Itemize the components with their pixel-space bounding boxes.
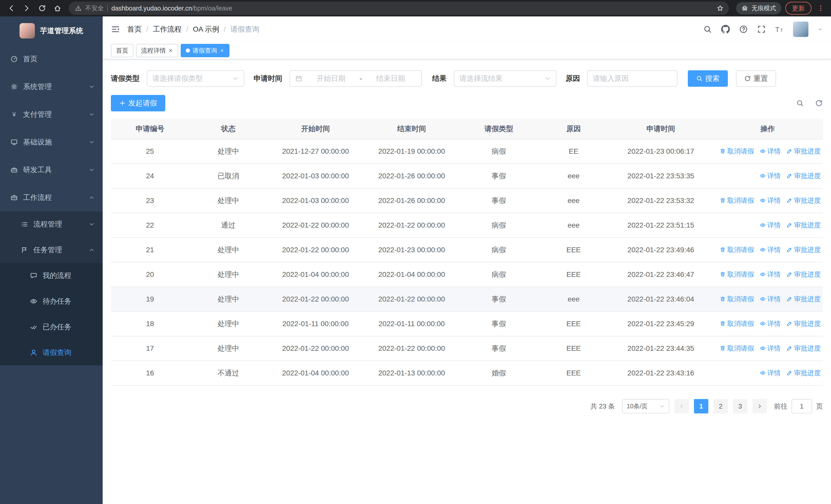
breadcrumb-item-2[interactable]: OA 示例 [193,24,220,34]
close-tab-icon[interactable] [168,48,173,53]
action-detail-link[interactable]: 详情 [760,147,781,156]
sidebar-item-7[interactable]: 任务管理 [0,237,103,263]
table-row-22: 22通过2022-01-22 00:00:002022-01-22 00:00:… [111,213,823,238]
action-cancel-link[interactable]: 取消请假 [720,295,754,304]
action-progress-link[interactable]: 审批进度 [786,344,821,353]
browser-forward-icon[interactable] [20,1,34,16]
browser-back-icon[interactable] [4,1,19,16]
sidebar-item-2[interactable]: ¥支付管理 [0,100,103,128]
tab-2[interactable]: 请假查询 [181,44,229,57]
action-progress-link[interactable]: 审批进度 [786,295,821,304]
action-detail-link[interactable]: 详情 [760,344,781,353]
collapse-sidebar-icon[interactable] [111,25,120,34]
bookmark-star-icon[interactable] [714,2,726,14]
tab-label: 首页 [116,47,128,55]
action-detail-link[interactable]: 详情 [760,221,781,230]
reason-input[interactable] [587,70,678,87]
fullscreen-icon[interactable] [757,25,766,34]
action-detail-link[interactable]: 详情 [760,270,781,279]
action-cancel-link[interactable]: 取消请假 [720,196,754,205]
action-progress-link[interactable]: 审批进度 [786,171,821,180]
action-detail-link[interactable]: 详情 [760,245,781,254]
search-button[interactable]: 搜索 [688,70,728,87]
tab-1[interactable]: 流程详情 [136,44,178,57]
tab-bar: 首页流程详情请假查询 [103,42,831,60]
sidebar-item-10[interactable]: 已办任务 [0,314,103,340]
flag-icon [21,246,28,254]
address-bar[interactable]: 不安全 dashboard.yudao.iocoder.cn/bpm/oa/le… [69,2,729,15]
refresh-table-icon[interactable] [815,99,823,107]
browser-menu-icon[interactable] [814,2,827,14]
close-tab-icon[interactable] [220,48,224,53]
cell-actions: 取消请假详情审批进度 [712,287,823,312]
breadcrumb-item-0[interactable]: 首页 [127,24,142,34]
create-leave-button[interactable]: 发起请假 [111,95,165,111]
action-detail-link[interactable]: 详情 [760,368,781,378]
active-tab-dot [186,49,190,53]
cell-start: 2022-01-03 00:00:00 [267,164,364,188]
sidebar-item-1[interactable]: 系统管理 [0,73,103,100]
font-size-icon[interactable]: TT [775,25,784,34]
eye-icon [760,247,766,253]
sidebar-item-8[interactable]: 我的流程 [0,263,103,289]
action-detail-link[interactable]: 详情 [760,319,781,328]
apply-time-range-picker[interactable]: 开始日期 - 结束日期 [289,70,422,87]
edit-icon [786,345,793,351]
leave-type-select[interactable]: 请选择请假类型 [147,70,244,87]
sidebar-item-11[interactable]: 请假查询 [0,340,103,365]
action-label: 审批进度 [794,196,821,205]
browser-home-icon[interactable] [50,1,65,16]
header-search-icon[interactable] [703,25,712,34]
page-button-1[interactable]: 1 [694,399,708,413]
refresh-icon [744,75,751,82]
action-detail-link[interactable]: 详情 [760,196,781,205]
cell-status: 处理中 [189,336,267,361]
action-detail-link[interactable]: 详情 [760,171,781,180]
page-button-2[interactable]: 2 [713,399,728,413]
prev-page-button[interactable] [675,399,689,413]
cell-start: 2022-01-22 00:00:00 [267,213,364,238]
action-progress-link[interactable]: 审批进度 [786,368,821,378]
sidebar-item-6[interactable]: 流程管理 [0,211,103,237]
sidebar-item-0[interactable]: 首页 [0,45,103,73]
action-progress-link[interactable]: 审批进度 [786,221,821,230]
action-cancel-link[interactable]: 取消请假 [720,344,754,353]
cell-reason: EE [538,139,609,164]
action-cancel-link[interactable]: 取消请假 [720,319,754,328]
reset-button[interactable]: 重置 [736,70,776,87]
next-page-button[interactable] [752,399,767,413]
url-text: dashboard.yudao.iocoder.cn/bpm/oa/leave [111,5,710,12]
browser-update-button[interactable]: 更新 [785,2,811,14]
github-icon[interactable] [721,25,730,34]
sidebar-item-3[interactable]: 基础设施 [0,128,103,156]
action-cancel-link[interactable]: 取消请假 [720,147,754,156]
action-progress-link[interactable]: 审批进度 [786,270,821,279]
app-logo[interactable]: 芋道管理系统 [0,17,103,45]
action-progress-link[interactable]: 审批进度 [786,319,821,328]
user-avatar[interactable] [793,22,808,37]
breadcrumb-item-1[interactable]: 工作流程 [153,24,182,34]
chevron-down-icon [232,76,239,82]
table-row-23: 23处理中2022-01-03 00:00:002022-01-26 00:00… [111,188,823,213]
action-cancel-link[interactable]: 取消请假 [720,270,754,279]
page-size-select[interactable]: 10条/页 [622,399,669,413]
page-button-3[interactable]: 3 [733,399,747,413]
search-button-label: 搜索 [705,73,720,83]
action-progress-link[interactable]: 审批进度 [786,196,821,205]
action-label: 详情 [767,319,781,328]
app-title: 芋道管理系统 [40,26,83,36]
action-progress-link[interactable]: 审批进度 [786,245,821,254]
help-icon[interactable] [739,25,748,34]
action-cancel-link[interactable]: 取消请假 [720,245,754,254]
avatar-caret-icon[interactable] [818,27,823,32]
browser-reload-icon[interactable] [35,1,49,16]
result-select[interactable]: 请选择流结果 [454,70,556,87]
sidebar-item-4[interactable]: 研发工具 [0,156,103,184]
action-detail-link[interactable]: 详情 [760,295,781,304]
toggle-search-icon[interactable] [796,99,804,107]
tab-0[interactable]: 首页 [111,44,134,57]
sidebar-item-9[interactable]: 待办任务 [0,289,103,314]
action-progress-link[interactable]: 审批进度 [786,147,821,156]
goto-page-input[interactable] [792,399,812,413]
sidebar-item-5[interactable]: 工作流程 [0,184,103,211]
